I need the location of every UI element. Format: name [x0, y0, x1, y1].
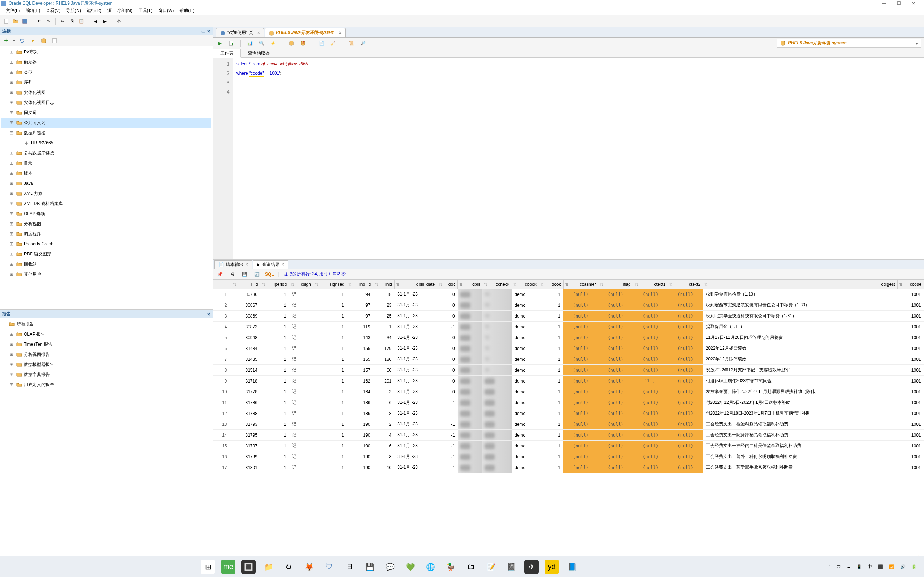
new-connection-icon[interactable]: + [2, 37, 10, 45]
tray-language-icon[interactable]: 中 [867, 564, 872, 570]
connections-tree[interactable]: ⊞PX序列⊞触发器⊞类型⊞序列⊞实体化视图⊞实体化视图日志⊞同义词⊞公共同义词⊟… [0, 46, 213, 309]
print-icon[interactable]: 🖨 [228, 270, 236, 278]
table-cell[interactable]: 6 [373, 441, 395, 451]
tree-toggle-icon[interactable]: ⊞ [9, 251, 15, 256]
table-row[interactable]: 6314341记115517931-1月 -230███张demo1(null)… [213, 343, 924, 354]
tree-toggle-icon[interactable]: ⊟ [9, 130, 15, 135]
column-header[interactable]: ⇅ ctext1 [633, 280, 668, 289]
table-cell[interactable]: ███ [458, 354, 482, 365]
table-cell[interactable]: 1001 [897, 430, 924, 441]
table-cell[interactable]: 记 [289, 462, 313, 473]
table-cell[interactable]: demo [512, 430, 539, 441]
table-cell[interactable]: 143 [347, 332, 373, 343]
table-cell[interactable]: '1 、 [633, 376, 668, 387]
table-cell[interactable]: 31-1月 -23 [394, 397, 437, 408]
table-row[interactable]: 3308691记1972531-1月 -230███销demo1(null)(n… [213, 311, 924, 322]
table-cell[interactable]: -1 [437, 451, 458, 462]
table-cell[interactable]: (null) [563, 451, 598, 462]
table-cell[interactable]: 31786 [231, 397, 260, 408]
table-cell[interactable]: 张 [482, 354, 512, 365]
table-cell[interactable]: (null) [563, 332, 598, 343]
table-cell[interactable]: 0 [437, 365, 458, 376]
table-cell[interactable]: ███ [482, 397, 512, 408]
menu-item[interactable]: 运行(R) [84, 7, 104, 15]
table-row[interactable]: 16317991记1190831-1月 -23-1██████demo1(nul… [213, 451, 924, 462]
panel-close-icon[interactable]: ✕ [207, 312, 210, 317]
table-row[interactable]: 10317781记1164331-1月 -230██████demo1(null… [213, 387, 924, 397]
table-cell[interactable]: 1 [313, 430, 347, 441]
refresh-icon[interactable] [18, 37, 26, 45]
close-tab-icon[interactable]: × [246, 262, 248, 267]
table-cell[interactable]: 1 [260, 332, 289, 343]
table-cell[interactable]: 1 [539, 332, 563, 343]
table-cell[interactable]: 1 [260, 419, 289, 430]
table-row[interactable]: 2308671记1972331-1月 -230███销demo1(null)(n… [213, 300, 924, 311]
menu-item[interactable]: 帮助(H) [176, 7, 197, 15]
table-cell[interactable]: demo [512, 441, 539, 451]
table-cell[interactable]: ███ [458, 397, 482, 408]
table-cell[interactable]: (null) [563, 397, 598, 408]
table-cell[interactable]: 销 [482, 300, 512, 311]
clear-icon[interactable]: 🧹 [329, 39, 337, 47]
table-cell[interactable]: 31-1月 -23 [394, 419, 437, 430]
table-cell[interactable]: ███ [482, 376, 512, 387]
table-cell[interactable]: 1001 [897, 332, 924, 343]
table-cell[interactable]: 1001 [897, 289, 924, 300]
table-cell[interactable]: demo [512, 376, 539, 387]
sql-tuning-icon[interactable]: ⚡ [269, 39, 277, 47]
tree-item[interactable]: ⊞OLAP 报告 [2, 329, 211, 339]
tree-item[interactable]: ⊞分析视图 [2, 219, 211, 229]
tree-item[interactable]: ⊞公共数据库链接 [2, 148, 211, 158]
column-header[interactable]: ⇅ iflag [598, 280, 633, 289]
table-cell[interactable]: ███ [482, 451, 512, 462]
table-cell[interactable]: 1 [539, 387, 563, 397]
table-cell[interactable]: (null) [668, 441, 703, 451]
table-cell[interactable]: 201 [373, 376, 395, 387]
tree-item[interactable]: ⊞同义词 [2, 108, 211, 118]
tree-toggle-icon[interactable]: ⊞ [9, 382, 15, 387]
table-row[interactable]: 14317951记1190431-1月 -23-1██████demo1(nul… [213, 430, 924, 441]
table-cell[interactable]: 94 [347, 289, 373, 300]
code-area[interactable]: select * from gl_accvouch@hrpsv665 where… [233, 58, 924, 259]
table-cell[interactable]: 0 [437, 354, 458, 365]
column-header[interactable]: ⇅ inid [373, 280, 395, 289]
table-cell[interactable]: (null) [598, 430, 633, 441]
tree-item[interactable]: ⊞类型 [2, 67, 211, 77]
table-cell[interactable]: ███ [458, 376, 482, 387]
tray-onedrive-icon[interactable]: ☁ [846, 564, 851, 569]
me-app-icon[interactable]: me [221, 560, 236, 574]
table-cell[interactable]: ███ [458, 430, 482, 441]
table-cell[interactable]: 1 [539, 441, 563, 451]
table-cell[interactable]: 31-1月 -23 [394, 354, 437, 365]
table-cell[interactable]: (null) [598, 408, 633, 419]
table-cell[interactable]: 记 [289, 322, 313, 332]
table-cell[interactable]: ███ [458, 419, 482, 430]
table-cell[interactable]: 工会经费支出一药学部牛漱秀领取福利补助费 [703, 462, 897, 473]
table-cell[interactable]: (null) [633, 387, 668, 397]
table-cell[interactable]: 31-1月 -23 [394, 387, 437, 397]
table-cell[interactable]: (null) [563, 376, 598, 387]
table-cell[interactable]: demo [512, 462, 539, 473]
table-cell[interactable]: (null) [563, 387, 598, 397]
table-cell[interactable]: (null) [633, 441, 668, 451]
table-cell[interactable]: 31-1月 -23 [394, 365, 437, 376]
tree-toggle-icon[interactable]: ⊞ [9, 262, 15, 267]
table-cell[interactable]: 1001 [897, 408, 924, 419]
pin-icon[interactable]: 📌 [216, 270, 224, 278]
table-cell[interactable]: 11月17日-11月20日闭环管理期间用餐费 [703, 332, 897, 343]
table-cell[interactable]: (null) [563, 354, 598, 365]
table-cell[interactable]: 1001 [897, 311, 924, 322]
table-cell[interactable]: 31514 [231, 365, 260, 376]
table-cell[interactable]: 1 [539, 354, 563, 365]
table-cell[interactable]: (null) [598, 289, 633, 300]
table-cell[interactable]: 30948 [231, 332, 260, 343]
editor-tab[interactable]: RHEL9 Java开发环境-system× [265, 28, 346, 37]
unshared-icon[interactable]: 📄 [317, 39, 325, 47]
table-cell[interactable]: ███ [458, 408, 482, 419]
table-cell[interactable]: 0 [437, 332, 458, 343]
connection-selector[interactable]: RHEL9 Java开发环境-system ▾ [777, 39, 921, 48]
tray-shield-icon[interactable]: 🛡 [836, 564, 841, 569]
table-cell[interactable]: 157 [347, 365, 373, 376]
table-cell[interactable]: 31793 [231, 419, 260, 430]
column-header[interactable]: ⇅ cbook [512, 280, 539, 289]
